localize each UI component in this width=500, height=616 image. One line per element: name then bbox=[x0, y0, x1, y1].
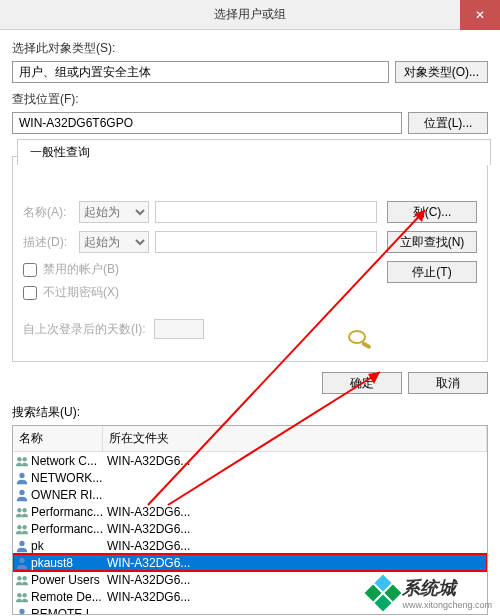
table-row[interactable]: OWNER RI... bbox=[13, 486, 487, 503]
user-icon bbox=[15, 539, 29, 553]
svg-point-7 bbox=[22, 508, 26, 512]
svg-point-14 bbox=[17, 593, 21, 597]
search-icon bbox=[345, 327, 377, 351]
svg-point-5 bbox=[19, 489, 24, 494]
group-icon bbox=[15, 573, 29, 587]
svg-point-15 bbox=[22, 593, 26, 597]
object-types-button[interactable]: 对象类型(O)... bbox=[395, 61, 488, 83]
ok-button[interactable]: 确定 bbox=[322, 372, 402, 394]
desc-field[interactable] bbox=[155, 231, 377, 253]
svg-point-3 bbox=[22, 457, 26, 461]
days-label: 自上次登录后的天数(I): bbox=[23, 321, 146, 338]
user-icon bbox=[15, 471, 29, 485]
upper-panel: 选择此对象类型(S): 对象类型(O)... 查找位置(F): 位置(L)... bbox=[0, 30, 500, 152]
name-field[interactable] bbox=[155, 201, 377, 223]
columns-button[interactable]: 列(C)... bbox=[387, 201, 477, 223]
svg-point-16 bbox=[19, 608, 24, 613]
group-icon bbox=[15, 522, 29, 536]
watermark: 系统城 www.xitongcheng.com bbox=[370, 576, 492, 610]
noexpire-password-checkbox[interactable]: 不过期密码(X) bbox=[23, 284, 377, 301]
location-label: 查找位置(F): bbox=[12, 91, 488, 108]
days-field[interactable] bbox=[154, 319, 204, 339]
results-header: 名称 所在文件夹 bbox=[13, 426, 487, 452]
close-icon: ✕ bbox=[475, 8, 485, 22]
table-row[interactable]: NETWORK... bbox=[13, 469, 487, 486]
user-icon bbox=[15, 488, 29, 502]
table-row[interactable]: Performanc...WIN-A32DG6... bbox=[13, 520, 487, 537]
table-row[interactable]: Network C...WIN-A32DG6... bbox=[13, 452, 487, 469]
chk-disabled[interactable] bbox=[23, 263, 37, 277]
svg-point-9 bbox=[22, 525, 26, 529]
svg-point-4 bbox=[19, 472, 24, 477]
col-folder[interactable]: 所在文件夹 bbox=[103, 426, 487, 451]
watermark-brand: 系统城 bbox=[402, 578, 456, 598]
group-icon bbox=[15, 590, 29, 604]
group-icon bbox=[15, 505, 29, 519]
tab-general[interactable]: 一般性查询 bbox=[17, 139, 491, 165]
name-mode-select[interactable]: 起始为 bbox=[79, 201, 149, 223]
table-row[interactable]: pkWIN-A32DG6... bbox=[13, 537, 487, 554]
desc-label: 描述(D): bbox=[23, 234, 73, 251]
results-label: 搜索结果(U): bbox=[0, 404, 500, 425]
locations-button[interactable]: 位置(L)... bbox=[408, 112, 488, 134]
chk-noexpire[interactable] bbox=[23, 286, 37, 300]
svg-point-2 bbox=[17, 457, 21, 461]
svg-point-8 bbox=[17, 525, 21, 529]
group-icon bbox=[15, 454, 29, 468]
object-type-label: 选择此对象类型(S): bbox=[12, 40, 488, 57]
svg-point-10 bbox=[19, 540, 24, 545]
name-label: 名称(A): bbox=[23, 204, 73, 221]
watermark-url: www.xitongcheng.com bbox=[402, 600, 492, 610]
col-name[interactable]: 名称 bbox=[13, 426, 103, 451]
table-row[interactable]: pkaust8WIN-A32DG6... bbox=[13, 554, 487, 571]
svg-point-0 bbox=[349, 331, 365, 343]
cancel-button[interactable]: 取消 bbox=[408, 372, 488, 394]
svg-point-11 bbox=[19, 557, 24, 562]
svg-point-12 bbox=[17, 576, 21, 580]
svg-rect-1 bbox=[361, 341, 372, 349]
stop-button[interactable]: 停止(T) bbox=[387, 261, 477, 283]
find-now-button[interactable]: 立即查找(N) bbox=[387, 231, 477, 253]
svg-point-6 bbox=[17, 508, 21, 512]
location-input[interactable] bbox=[12, 112, 402, 134]
watermark-logo-icon bbox=[365, 575, 402, 612]
svg-point-13 bbox=[22, 576, 26, 580]
user-icon bbox=[15, 556, 29, 570]
titlebar: 选择用户或组 ✕ bbox=[0, 0, 500, 30]
query-tabs: 一般性查询 名称(A): 起始为 描述(D): 起始为 禁用的帐户(B) 不过期… bbox=[12, 156, 488, 362]
window-title: 选择用户或组 bbox=[214, 6, 286, 23]
object-type-input[interactable] bbox=[12, 61, 389, 83]
desc-mode-select[interactable]: 起始为 bbox=[79, 231, 149, 253]
table-row[interactable]: Performanc...WIN-A32DG6... bbox=[13, 503, 487, 520]
close-button[interactable]: ✕ bbox=[460, 0, 500, 30]
user-icon bbox=[15, 607, 29, 616]
disabled-accounts-checkbox[interactable]: 禁用的帐户(B) bbox=[23, 261, 377, 278]
